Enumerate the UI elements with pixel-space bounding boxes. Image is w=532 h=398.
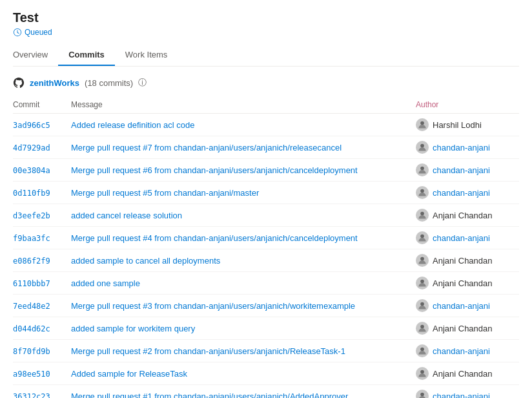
svg-point-3	[420, 189, 424, 193]
tabs: Overview Commits Work Items	[13, 45, 519, 67]
table-row: 36312c23Merge pull request #1 from chand…	[13, 385, 519, 399]
author-name[interactable]: chandan-anjani	[433, 165, 490, 175]
author-name[interactable]: Harshil Lodhi	[433, 120, 482, 130]
commit-message[interactable]: Merge pull request #5 from chandan-anjan…	[71, 188, 259, 198]
avatar	[416, 141, 429, 154]
col-header-author: Author	[416, 96, 519, 114]
author-name[interactable]: Anjani Chandan	[433, 278, 493, 288]
avatar	[416, 209, 429, 222]
avatar	[416, 254, 429, 267]
avatar	[416, 344, 429, 357]
commit-hash[interactable]: a98ee510	[13, 370, 50, 379]
author-cell: Anjani Chandan	[416, 322, 514, 335]
commit-message[interactable]: Merge pull request #2 from chandan-anjan…	[71, 346, 345, 356]
commit-message[interactable]: Added sample for ReleaseTask	[71, 369, 187, 379]
commit-message[interactable]: Merge pull request #1 from chandan-anjan…	[71, 392, 348, 399]
author-cell: Anjani Chandan	[416, 367, 514, 380]
commit-count: (18 commits)	[85, 78, 133, 88]
svg-point-12	[420, 393, 424, 397]
page-title: Test	[13, 10, 519, 25]
table-row: d044d62cadded sample for workitem query …	[13, 317, 519, 340]
avatar	[416, 390, 429, 398]
svg-point-2	[420, 167, 424, 171]
tab-commits[interactable]: Commits	[58, 45, 115, 66]
commit-hash[interactable]: 00e3804a	[13, 166, 50, 175]
author-name[interactable]: Anjani Chandan	[433, 256, 493, 266]
info-icon[interactable]: ⓘ	[138, 77, 147, 89]
avatar	[416, 277, 429, 289]
table-row: 3ad966c5Added release definition acl cod…	[13, 114, 519, 136]
repo-header: zenithWorks (18 commits) ⓘ	[13, 77, 519, 89]
author-name[interactable]: chandan-anjani	[433, 392, 490, 399]
commit-message[interactable]: added sample for workitem query	[71, 324, 195, 333]
author-cell: Anjani Chandan	[416, 209, 514, 222]
author-cell: chandan-anjani	[416, 231, 514, 244]
commit-message[interactable]: Added release definition acl code	[71, 120, 195, 130]
table-row: f9baa3fcMerge pull request #4 from chand…	[13, 227, 519, 249]
author-name[interactable]: Anjani Chandan	[433, 369, 493, 379]
commit-hash[interactable]: 0d110fb9	[13, 189, 50, 198]
author-cell: chandan-anjani	[416, 344, 514, 357]
author-name[interactable]: chandan-anjani	[433, 346, 490, 356]
commit-message[interactable]: added cancel release solution	[71, 211, 182, 220]
author-name[interactable]: Anjani Chandan	[433, 211, 493, 220]
avatar	[416, 231, 429, 244]
commit-message[interactable]: Merge pull request #6 from chandan-anjan…	[71, 165, 358, 175]
commit-message[interactable]: Merge pull request #3 from chandan-anjan…	[71, 301, 355, 311]
author-name[interactable]: chandan-anjani	[433, 301, 490, 311]
commit-hash[interactable]: e086f2f9	[13, 257, 50, 266]
table-row: 0d110fb9Merge pull request #5 from chand…	[13, 182, 519, 204]
repo-name[interactable]: zenithWorks	[30, 78, 79, 88]
svg-point-1	[420, 144, 424, 148]
commit-message[interactable]: added one sample	[71, 278, 140, 288]
tab-workitems[interactable]: Work Items	[115, 45, 178, 66]
table-row: 00e3804aMerge pull request #6 from chand…	[13, 159, 519, 182]
commit-hash[interactable]: 4d7929ad	[13, 143, 50, 152]
author-name[interactable]: chandan-anjani	[433, 143, 490, 152]
avatar	[416, 367, 429, 380]
commit-hash[interactable]: d044d62c	[13, 324, 50, 333]
commit-hash[interactable]: 3ad966c5	[13, 121, 50, 130]
tab-overview[interactable]: Overview	[13, 45, 58, 66]
svg-point-4	[420, 212, 424, 216]
author-cell: Harshil Lodhi	[416, 118, 514, 131]
svg-point-0	[420, 121, 424, 125]
queued-icon	[13, 28, 22, 37]
table-row: a98ee510Added sample for ReleaseTask Anj…	[13, 362, 519, 385]
author-cell: chandan-anjani	[416, 163, 514, 176]
author-name[interactable]: chandan-anjani	[433, 188, 490, 198]
avatar	[416, 163, 429, 176]
commit-hash[interactable]: 8f70fd9b	[13, 347, 50, 356]
author-cell: chandan-anjani	[416, 390, 514, 398]
author-name[interactable]: chandan-anjani	[433, 233, 490, 243]
svg-point-7	[420, 280, 424, 284]
author-cell: Anjani Chandan	[416, 277, 514, 289]
commit-hash[interactable]: 6110bbb7	[13, 279, 50, 288]
author-name[interactable]: Anjani Chandan	[433, 324, 493, 333]
svg-point-9	[420, 325, 424, 329]
svg-point-6	[420, 257, 424, 261]
github-icon	[13, 77, 25, 89]
commits-table: Commit Message Author 3ad966c5Added rele…	[13, 96, 519, 398]
commit-hash[interactable]: d3eefe2b	[13, 211, 50, 220]
col-header-message: Message	[71, 96, 416, 114]
table-row: 8f70fd9bMerge pull request #2 from chand…	[13, 340, 519, 362]
author-cell: chandan-anjani	[416, 299, 514, 312]
avatar	[416, 186, 429, 199]
commit-message[interactable]: Merge pull request #4 from chandan-anjan…	[71, 233, 358, 243]
commit-message[interactable]: added sample to cancel all deployments	[71, 256, 220, 266]
commit-hash[interactable]: f9baa3fc	[13, 234, 50, 243]
svg-point-10	[420, 348, 424, 351]
avatar	[416, 118, 429, 131]
commit-hash[interactable]: 36312c23	[13, 392, 50, 399]
svg-point-11	[420, 370, 424, 374]
svg-point-8	[420, 302, 424, 306]
commit-message[interactable]: Merge pull request #7 from chandan-anjan…	[71, 143, 342, 152]
author-cell: chandan-anjani	[416, 186, 514, 199]
queued-badge: Queued	[13, 28, 52, 37]
author-cell: Anjani Chandan	[416, 254, 514, 267]
author-cell: chandan-anjani	[416, 141, 514, 154]
commit-hash[interactable]: 7eed48e2	[13, 302, 50, 311]
table-row: e086f2f9added sample to cancel all deplo…	[13, 249, 519, 272]
avatar	[416, 322, 429, 335]
